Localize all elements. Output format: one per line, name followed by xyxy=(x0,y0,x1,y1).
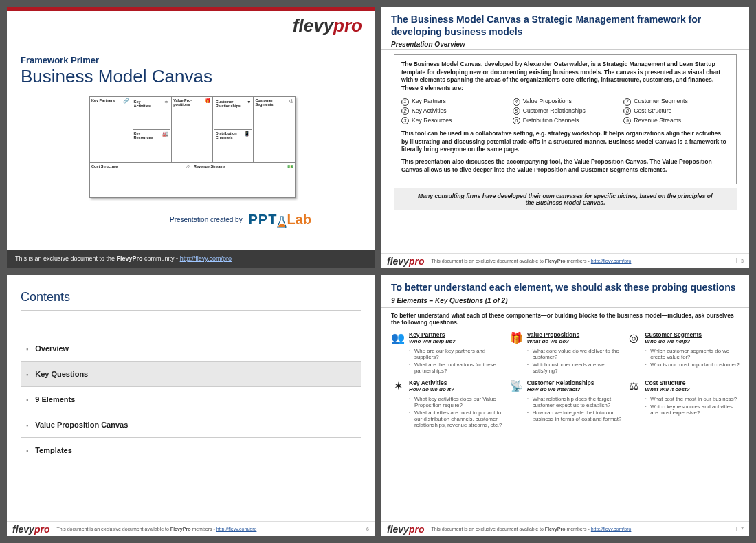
money-icon: 💵 xyxy=(287,164,293,170)
el-1: Key Partners xyxy=(412,98,446,104)
question-bullet: What key activities does our Value Propo… xyxy=(409,396,504,408)
cell-icon: ⚖ xyxy=(627,379,641,393)
gift-icon: 🎁 xyxy=(205,98,211,104)
contents-list: Overview Key Questions 9 Elements Value … xyxy=(7,336,375,463)
cell-icon: 📡 xyxy=(509,379,523,393)
phone-icon: 📱 xyxy=(244,131,250,137)
el-3: Key Resources xyxy=(412,117,452,124)
question-bullet: What cost the most in our business? xyxy=(645,396,740,402)
target-icon: ◎ xyxy=(289,98,293,104)
bmc-cell-customer-relationships: Customer Relationships xyxy=(216,100,240,108)
footer-logo: flevypro xyxy=(387,256,424,267)
footer-link[interactable]: http://flevy.com/pro xyxy=(591,258,632,263)
slide-subtitle: 9 Elements – Key Questions (1 of 2) xyxy=(381,297,749,308)
slide-intro: To better understand what each of these … xyxy=(381,308,749,331)
el-2: Key Activities xyxy=(412,107,447,114)
slide1-footer: This is an exclusive document to the Fle… xyxy=(7,250,375,268)
footer-text: This document is an exclusive document a… xyxy=(431,258,732,263)
cell-icon: 🎁 xyxy=(509,331,523,345)
cell-title: Customer Segments xyxy=(645,331,702,338)
factory-icon: 🏭 xyxy=(162,131,168,137)
overview-p2: This tool can be used in a collaborative… xyxy=(401,130,729,154)
footer-link[interactable]: http://flevy.com/pro xyxy=(591,527,632,531)
contents-item-key-questions[interactable]: Key Questions xyxy=(21,362,361,387)
el-7: Customer Segments xyxy=(634,98,687,104)
question-bullet: Which key resources and activities are m… xyxy=(645,403,740,416)
footer-link[interactable]: http://flevy.com/pro xyxy=(216,527,257,531)
bmc-cell-distribution-channels: Distribution Channels xyxy=(216,131,240,140)
pptlab-logo: PPTLab xyxy=(248,212,311,228)
cell-bullets: What key activities does our Value Propo… xyxy=(409,396,504,428)
num-8: 8 xyxy=(623,107,631,115)
num-5: 5 xyxy=(513,107,520,115)
puzzle-icon: ✶ xyxy=(164,100,168,105)
page-number: 7 xyxy=(736,527,744,531)
bmc-cell-key-activities: Key Activities xyxy=(134,100,158,108)
bmc-cell-cost-structure: Cost Structure xyxy=(91,164,118,168)
overview-p1: The Business Model Canvas, developed by … xyxy=(401,60,729,92)
cell-question: How do we interact? xyxy=(527,386,594,392)
num-9: 9 xyxy=(623,117,631,124)
cell-bullets: Who are our key partners and suppliers?W… xyxy=(409,348,504,374)
cell-icon: ◎ xyxy=(627,331,641,345)
slide-3-contents: Contents Overview Key Questions 9 Elemen… xyxy=(7,275,375,536)
contents-item-9-elements[interactable]: 9 Elements xyxy=(21,387,361,412)
overview-p3: This presentation also discusses the acc… xyxy=(401,158,729,174)
contents-item-templates[interactable]: Templates xyxy=(21,438,361,463)
created-by-line: Presentation created by PPTLab xyxy=(110,212,371,228)
slide-footer: flevypro This document is an exclusive d… xyxy=(381,253,749,268)
cell-question: What do we do? xyxy=(527,338,580,344)
footer-logo: flevypro xyxy=(12,524,49,535)
num-1: 1 xyxy=(401,98,409,106)
elements-list: 1Key Partners 2Key Activities 3Key Resou… xyxy=(401,96,729,126)
footer-link[interactable]: http://flevy.com/pro xyxy=(180,255,232,262)
num-2: 2 xyxy=(401,107,409,115)
question-cell: ⚖ Cost Structure What will it cost? What… xyxy=(627,379,740,430)
num-4: 4 xyxy=(513,98,520,106)
slide-footer: flevypro This document is an exclusive d… xyxy=(7,521,375,536)
overview-box: The Business Model Canvas, developed by … xyxy=(394,54,737,184)
framework-primer-label: Framework Primer xyxy=(21,55,99,65)
bmc-cell-key-partners: Key Partners xyxy=(91,98,115,102)
created-by-label: Presentation created by xyxy=(170,216,243,223)
question-cell: 🎁 Value Propositions What do we do? What… xyxy=(509,331,622,375)
cell-title: Value Propositions xyxy=(527,331,580,338)
cell-bullets: Which customer segments do we create val… xyxy=(645,348,740,368)
bmc-cell-revenue-streams: Revenue Streams xyxy=(194,164,225,168)
slide-footer: flevypro This document is an exclusive d… xyxy=(381,521,749,536)
accent-bar xyxy=(7,7,375,11)
slide-4-key-questions: To better understand each element, we sh… xyxy=(381,275,749,536)
flask-icon xyxy=(277,216,287,228)
pptlab-ppt: PPT xyxy=(248,212,277,227)
contents-item-vpc[interactable]: Value Proposition Canvas xyxy=(21,412,361,438)
cell-title: Cost Structure xyxy=(645,379,689,386)
el-5: Customer Relationships xyxy=(523,107,586,114)
slide-title: Contents xyxy=(7,275,375,309)
questions-grid: 👥 Key Partners Who will help us? Who are… xyxy=(381,331,749,430)
el-6: Distribution Channels xyxy=(523,117,579,124)
footer-pre: This is an exclusive document to the xyxy=(15,255,117,262)
slide-2-overview: The Business Model Canvas a Strategic Ma… xyxy=(381,7,749,268)
slide-title: To better understand each element, we sh… xyxy=(381,275,749,297)
bmc-diagram: Key Partners🔗 Key Activities✶ Key Resour… xyxy=(89,96,296,198)
cell-title: Key Activities xyxy=(409,379,454,386)
question-cell: 📡 Customer Relationships How do we inter… xyxy=(509,379,622,430)
cell-icon: 👥 xyxy=(391,331,405,345)
footer-text: This document is an exclusive document a… xyxy=(431,527,732,531)
footer-brand: FlevyPro xyxy=(117,255,143,262)
page-number: 3 xyxy=(736,258,744,263)
cell-question: What will it cost? xyxy=(645,386,689,392)
question-bullet: Which customer segments do we create val… xyxy=(645,348,740,360)
heart-icon: ♥ xyxy=(247,100,250,104)
footer-logo: flevypro xyxy=(387,524,424,535)
slide-title: Business Model Canvas xyxy=(21,66,212,87)
contents-item-overview[interactable]: Overview xyxy=(21,336,361,362)
question-bullet: What relationship does the target custom… xyxy=(527,396,622,408)
cell-bullets: What core value do we deliver to the cus… xyxy=(527,348,622,374)
question-bullet: What core value do we deliver to the cus… xyxy=(527,348,622,360)
question-cell: ◎ Customer Segments Who do we help? Whic… xyxy=(627,331,740,375)
cell-bullets: What relationship does the target custom… xyxy=(527,396,622,422)
num-3: 3 xyxy=(401,117,409,124)
el-8: Cost Structure xyxy=(634,107,671,114)
bmc-cell-key-resources: Key Resources xyxy=(134,131,158,140)
